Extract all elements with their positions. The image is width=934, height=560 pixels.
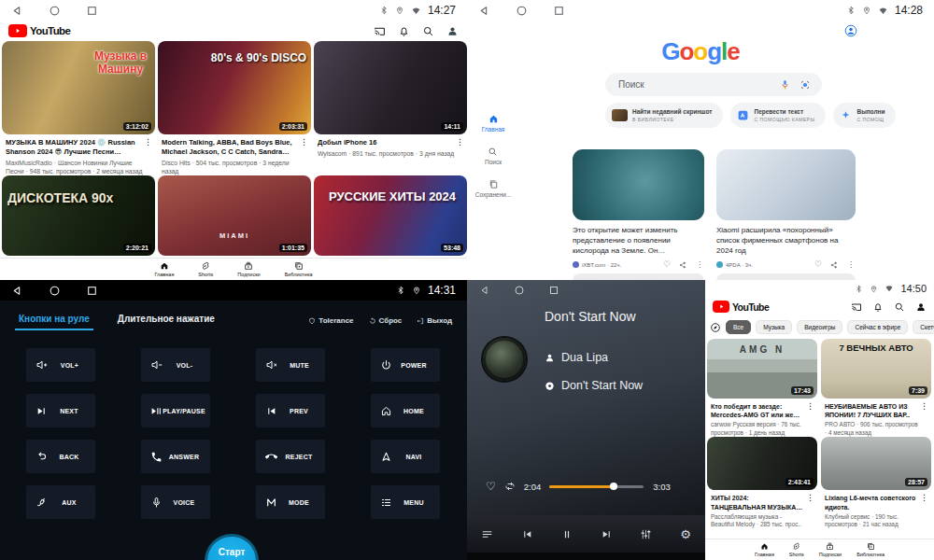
kebab-menu-icon[interactable]: ⋮ (805, 402, 815, 411)
voice-search-icon[interactable] (780, 79, 790, 90)
video-card[interactable]: РУССКИЕ ХИТЫ 2024 53:48 РУССКИЕ ХИТЫ 202… (314, 175, 467, 269)
share-icon[interactable] (830, 261, 838, 269)
key-answer[interactable]: ANSWER (141, 440, 210, 473)
kebab-menu-icon[interactable]: ⋮ (299, 138, 309, 147)
repeat-icon[interactable] (504, 481, 516, 492)
favorite-icon[interactable]: ♡ (486, 481, 496, 492)
video-card[interactable]: 14:11 Добыл iPhone 16 Wylsacom · 891 тыс… (314, 41, 467, 175)
rail-saved[interactable]: Сохранени... (475, 179, 512, 198)
android-recents-icon[interactable] (86, 5, 98, 17)
android-home-icon[interactable] (49, 5, 61, 17)
key-mode[interactable]: MODE (256, 485, 325, 519)
notifications-icon[interactable] (872, 301, 884, 313)
key-reject[interactable]: REJECT (256, 440, 325, 473)
android-back-icon[interactable] (11, 5, 23, 17)
android-recents-icon[interactable] (548, 285, 559, 296)
notifications-icon[interactable] (398, 25, 410, 37)
exit-action[interactable]: Выход (417, 316, 452, 325)
seek-thumb[interactable] (610, 483, 617, 490)
key-voice[interactable]: VOICE (141, 485, 210, 519)
cast-icon[interactable] (374, 25, 386, 37)
nav-library[interactable]: Библиотека (285, 261, 313, 277)
avatar[interactable] (915, 301, 927, 313)
explore-compass-icon[interactable] (710, 322, 721, 333)
android-home-icon[interactable] (516, 5, 528, 17)
chip-live[interactable]: Сейчас в эфире (847, 320, 908, 334)
video-card[interactable]: 80's & 90's DISCO 2:03:31 Modern Talking… (158, 41, 311, 175)
tab-long-press[interactable]: Длительное нажатие (118, 314, 215, 330)
settings-gear-icon[interactable]: ⚙ (680, 528, 691, 540)
key-home[interactable]: HOME (371, 394, 440, 427)
android-back-icon[interactable] (11, 285, 23, 297)
album-row[interactable]: Don't Start Now (545, 379, 643, 392)
tab-wheel-keys[interactable]: Кнопки на руле (15, 314, 93, 330)
key-prev[interactable]: PREV (256, 394, 325, 427)
start-button[interactable]: Старт (205, 534, 259, 560)
key-navi[interactable]: NAVI (371, 440, 440, 473)
reset-action[interactable]: Сброс (369, 316, 403, 325)
key-power[interactable]: POWER (371, 348, 440, 382)
video-card[interactable]: ДИСКОТЕКА 90х 2:20:21 !!!Видеосборник ко… (2, 175, 155, 269)
account-avatar[interactable] (844, 24, 857, 37)
artist-row[interactable]: Dua Lipa (545, 351, 608, 364)
like-icon[interactable]: ♡ (814, 260, 822, 269)
nav-shorts[interactable]: Shorts (198, 261, 213, 277)
youtube-logo[interactable]: YouTube (8, 24, 70, 37)
android-recents-icon[interactable] (86, 285, 98, 297)
rail-search[interactable]: Поиск (485, 147, 502, 165)
kebab-menu-icon[interactable]: ⋮ (805, 494, 815, 502)
video-card[interactable]: Музыка в Машину 3:12:02 МУЗЫКА В МАШИНУ … (2, 41, 155, 175)
android-back-icon[interactable] (479, 285, 490, 296)
nav-home[interactable]: Главная (154, 261, 174, 277)
android-back-icon[interactable] (478, 5, 490, 17)
chip-assistant[interactable]: ВыполниС ПОМОЩ (833, 103, 896, 128)
key-menu[interactable]: MENU (371, 485, 440, 519)
key-back[interactable]: BACK (26, 440, 95, 473)
like-icon[interactable]: ♡ (663, 260, 671, 269)
youtube-logo[interactable]: YouTube (713, 301, 769, 313)
android-recents-icon[interactable] (553, 5, 565, 17)
chip-translate[interactable]: Перевести текстС ПОМОЩЬЮ КАМЕРЫ (730, 103, 826, 128)
chip-find-screenshot[interactable]: Найти недавний скриншотВ БИБЛИОТЕКЕ (605, 103, 723, 128)
video-card[interactable]: 28:57 Lixiang L6-мечта советского идиота… (821, 437, 931, 528)
equalizer-icon[interactable] (640, 528, 652, 540)
kebab-menu-icon[interactable]: ⋮ (695, 261, 704, 269)
kebab-menu-icon[interactable]: ⋮ (919, 402, 929, 411)
cast-icon[interactable] (851, 301, 862, 313)
share-icon[interactable] (679, 261, 686, 269)
nav-subscriptions[interactable]: Подписки (819, 542, 842, 557)
rail-home[interactable]: Главная (482, 114, 505, 133)
nav-shorts[interactable]: Shorts (789, 542, 804, 557)
feed-card[interactable]: Xiaomi расширила «похоронный» список фир… (716, 149, 856, 269)
video-card[interactable]: AMG N 17:43 Кто победит в заезде: Merced… (707, 339, 817, 437)
kebab-menu-icon[interactable]: ⋮ (143, 138, 153, 147)
google-lens-icon[interactable] (800, 79, 811, 91)
video-card[interactable]: 7 ВЕЧНЫХ АВТО 7:39 НЕУБИВАЕМЫЕ АВТО ИЗ Я… (821, 339, 931, 437)
key-vol-minus[interactable]: VOL- (141, 348, 210, 382)
android-home-icon[interactable] (514, 285, 525, 296)
video-card[interactable]: MIAMI 1:01:35 Top Mix Deep House Miami M… (158, 175, 311, 269)
key-vol-plus[interactable]: VOL+ (26, 348, 95, 382)
feed-card[interactable]: Это открытие может изменить представлени… (573, 149, 704, 269)
chip-music[interactable]: Музыка (756, 320, 792, 334)
queue-icon[interactable] (481, 528, 493, 540)
seek-bar[interactable] (549, 485, 644, 488)
kebab-menu-icon[interactable]: ⋮ (455, 138, 465, 147)
nav-home[interactable]: Главная (755, 542, 774, 557)
kebab-menu-icon[interactable]: ⋮ (846, 261, 856, 269)
search-icon[interactable] (422, 25, 434, 37)
search-icon[interactable] (894, 301, 905, 313)
key-aux[interactable]: AUX (26, 485, 95, 519)
kebab-menu-icon[interactable]: ⋮ (919, 494, 929, 502)
chip-gaming[interactable]: Видеоигры (797, 320, 842, 334)
tolerance-action[interactable]: Tolerance (308, 316, 353, 325)
pause-icon[interactable] (561, 528, 573, 540)
key-next[interactable]: NEXT (26, 394, 95, 427)
chip-sketch[interactable]: Скетч-шоу (913, 320, 934, 334)
search-bar[interactable]: Поиск (605, 73, 822, 96)
android-home-icon[interactable] (49, 285, 61, 297)
video-card[interactable]: 2:43:41 ХИТЫ 2024: ТАНЦЕВАЛЬНАЯ МУЗЫКА🔥 … (707, 437, 817, 528)
key-play-pause[interactable]: PLAY/PAUSE (141, 394, 210, 427)
chip-all[interactable]: Все (726, 320, 751, 334)
next-track-icon[interactable] (601, 528, 613, 540)
